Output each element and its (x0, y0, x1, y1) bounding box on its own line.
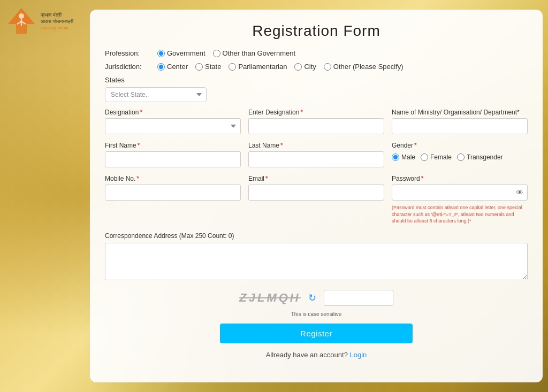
email-input[interactable] (248, 185, 384, 201)
jurisdiction-other-radio[interactable] (324, 63, 331, 71)
profession-other[interactable]: Other than Government (213, 49, 296, 57)
jurisdiction-state-radio[interactable] (195, 63, 203, 71)
correspondence-textarea[interactable] (105, 243, 528, 280)
jurisdiction-city[interactable]: City (294, 63, 316, 71)
password-label: Password* (392, 175, 528, 182)
captcha-row: ZJLMQH ↻ (105, 290, 528, 306)
profession-row: Profession: Government Other than Govern… (105, 49, 528, 57)
gender-female[interactable]: Female (421, 153, 452, 161)
designation-select[interactable] (105, 118, 241, 134)
password-hint: (Password must contain atleast one capit… (392, 204, 528, 225)
gender-transgender[interactable]: Transgender (457, 153, 503, 161)
jurisdiction-other[interactable]: Other (Please Specify) (324, 63, 404, 71)
captcha-text: ZJLMQH (239, 291, 300, 305)
ministry-field: Name of Ministry/ Organisation/ Departme… (392, 109, 528, 134)
captcha-input[interactable] (324, 290, 393, 306)
logo-text: प्रधान मंत्री आवास योजना-शहरी Housing fo… (41, 12, 74, 31)
login-link-row: Allready have an account? Login (105, 351, 528, 359)
email-label: Email* (248, 175, 384, 182)
jurisdiction-parliamentarian[interactable]: Parliamentarian (229, 63, 287, 71)
jurisdiction-state[interactable]: State (195, 63, 221, 71)
logo: प्रधान मंत्री आवास योजना-शहरी Housing fo… (5, 5, 74, 37)
password-wrapper: 👁 (392, 185, 528, 201)
password-input[interactable] (392, 185, 528, 201)
states-row: States Select State.. (105, 76, 528, 102)
gender-male[interactable]: Male (392, 153, 415, 161)
designation-label: Designation* (105, 109, 241, 116)
states-label: States (105, 76, 528, 84)
last-name-label: Last Name* (248, 142, 384, 149)
ministry-input[interactable] (392, 118, 528, 134)
profession-other-radio[interactable] (213, 50, 220, 57)
first-name-input[interactable] (105, 151, 241, 167)
correspondence-label: Correspondence Address (Max 250 Count: 0… (105, 232, 528, 240)
gender-radio-group: Male Female Transgender (392, 153, 528, 161)
mobile-label: Mobile No.* (105, 175, 241, 182)
enter-designation-label: Enter Designation* (248, 109, 384, 116)
correspondence-section: Correspondence Address (Max 250 Count: 0… (105, 232, 528, 282)
jurisdiction-label: Jurisdiction: (105, 63, 153, 71)
jurisdiction-city-radio[interactable] (294, 63, 302, 71)
last-name-field: Last Name* (248, 142, 384, 167)
gender-field: Gender* Male Female Transgender (392, 142, 528, 167)
gender-female-radio[interactable] (421, 153, 428, 161)
email-field: Email* (248, 175, 384, 225)
refresh-icon[interactable]: ↻ (308, 292, 316, 304)
contact-row: Mobile No.* Email* Password* 👁 (Password… (105, 175, 528, 225)
name-gender-row: First Name* Last Name* Gender* Male Fem (105, 142, 528, 167)
jurisdiction-row: Jurisdiction: Center State Parliamentari… (105, 63, 528, 71)
enter-designation-input[interactable] (248, 118, 384, 134)
svg-point-2 (19, 13, 24, 19)
eye-icon[interactable]: 👁 (516, 188, 523, 197)
gender-label: Gender* (392, 142, 528, 149)
form-container: Registration Form Profession: Government… (90, 10, 543, 382)
jurisdiction-radio-group: Center State Parliamentarian City Other … (157, 63, 404, 71)
register-button[interactable]: Register (220, 324, 413, 343)
designation-field: Designation* (105, 109, 241, 134)
ministry-label: Name of Ministry/ Organisation/ Departme… (392, 109, 528, 116)
password-field: Password* 👁 (Password must contain atlea… (392, 175, 528, 225)
profession-radio-group: Government Other than Government (157, 49, 295, 57)
login-link[interactable]: Login (350, 351, 367, 359)
jurisdiction-center-radio[interactable] (157, 63, 165, 71)
profession-label: Profession: (105, 49, 153, 57)
jurisdiction-center[interactable]: Center (157, 63, 188, 71)
jurisdiction-parliamentarian-radio[interactable] (229, 63, 236, 71)
last-name-input[interactable] (248, 151, 384, 167)
captcha-hint: This is case sensitive (105, 311, 528, 317)
state-select[interactable]: Select State.. (105, 87, 207, 102)
first-name-label: First Name* (105, 142, 241, 149)
profession-government-radio[interactable] (157, 50, 165, 57)
mobile-input[interactable] (105, 185, 241, 201)
first-name-field: First Name* (105, 142, 241, 167)
login-text: Allready have an account? (266, 351, 348, 359)
mobile-field: Mobile No.* (105, 175, 241, 225)
form-title: Registration Form (105, 22, 528, 40)
profession-government[interactable]: Government (157, 49, 206, 57)
designation-row: Designation* Enter Designation* Name of … (105, 109, 528, 134)
enter-designation-field: Enter Designation* (248, 109, 384, 134)
gender-transgender-radio[interactable] (457, 153, 465, 161)
gender-male-radio[interactable] (392, 153, 399, 161)
logo-icon (5, 5, 37, 37)
